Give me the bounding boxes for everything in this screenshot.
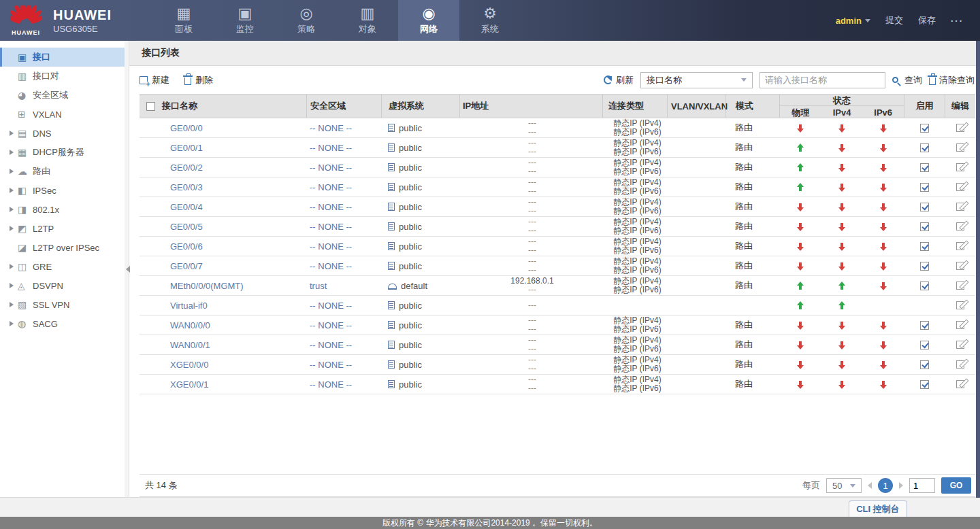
enable-checkbox[interactable] xyxy=(920,183,929,192)
edit-icon[interactable] xyxy=(956,341,964,349)
clear-query-button[interactable]: 清除查询 xyxy=(929,74,975,86)
page-jump-input[interactable] xyxy=(909,478,935,493)
search-input[interactable] xyxy=(760,72,885,88)
table-row[interactable]: WAN0/0/1 -- NONE -- public ------ 静态IP (… xyxy=(140,335,975,355)
edit-icon[interactable] xyxy=(956,143,964,152)
sidebar-item-ipsec[interactable]: ◧ IPSec xyxy=(0,181,129,200)
sidebar-item-interface-pair[interactable]: ▥ 接口对 xyxy=(0,67,129,86)
security-zone-link[interactable]: -- NONE -- xyxy=(310,123,352,133)
interface-name-link[interactable]: GE0/0/1 xyxy=(170,143,203,153)
sidebar-item-l2tp-over-ipsec[interactable]: ◪ L2TP over IPSec xyxy=(0,238,129,257)
enable-checkbox[interactable] xyxy=(920,341,929,349)
table-row[interactable]: XGE0/0/0 -- NONE -- public ------ 静态IP (… xyxy=(140,355,975,375)
table-row[interactable]: XGE0/0/1 -- NONE -- public ------ 静态IP (… xyxy=(140,375,975,394)
security-zone-link[interactable]: -- NONE -- xyxy=(310,143,352,153)
sidebar-item-sacg[interactable]: ◍ SACG xyxy=(0,314,129,333)
edit-icon[interactable] xyxy=(956,163,964,171)
enable-checkbox[interactable] xyxy=(920,242,929,251)
table-row[interactable]: GE0/0/7 -- NONE -- public ------ 静态IP (I… xyxy=(140,256,975,276)
page-scrollbar[interactable] xyxy=(976,41,980,498)
security-zone-link[interactable]: -- NONE -- xyxy=(310,261,352,271)
security-zone-link[interactable]: -- NONE -- xyxy=(310,360,352,370)
enable-checkbox[interactable] xyxy=(920,222,929,231)
enable-checkbox[interactable] xyxy=(920,380,929,389)
interface-name-link[interactable]: MEth0/0/0(MGMT) xyxy=(170,281,244,291)
select-all-checkbox[interactable] xyxy=(146,102,155,111)
edit-icon[interactable] xyxy=(956,281,964,290)
enable-checkbox[interactable] xyxy=(920,360,929,369)
table-row[interactable]: GE0/0/0 -- NONE -- public ------ 静态IP (I… xyxy=(140,118,975,138)
sidebar-item-interface[interactable]: ▣ 接口 xyxy=(0,48,129,67)
nav-tab-policy[interactable]: ◎ 策略 xyxy=(276,0,337,41)
sidebar-item-dhcp-server[interactable]: ▦ DHCP服务器 xyxy=(0,143,129,162)
sidebar-item-dot1x[interactable]: ◨ 802.1x xyxy=(0,200,129,219)
security-zone-link[interactable]: -- NONE -- xyxy=(310,163,352,173)
enable-checkbox[interactable] xyxy=(920,281,929,290)
table-row[interactable]: GE0/0/3 -- NONE -- public ------ 静态IP (I… xyxy=(140,177,975,197)
interface-name-link[interactable]: GE0/0/7 xyxy=(170,261,203,271)
next-page-icon[interactable] xyxy=(899,482,903,489)
edit-icon[interactable] xyxy=(956,262,964,270)
sidebar-item-l2tp[interactable]: ◩ L2TP xyxy=(0,219,129,238)
sidebar-item-route[interactable]: ☁ 路由 xyxy=(0,162,129,181)
edit-icon[interactable] xyxy=(956,203,964,211)
security-zone-link[interactable]: -- NONE -- xyxy=(310,222,352,232)
table-row[interactable]: WAN0/0/0 -- NONE -- public ------ 静态IP (… xyxy=(140,315,975,335)
interface-name-link[interactable]: Virtual-if0 xyxy=(170,301,208,311)
current-page-badge[interactable]: 1 xyxy=(878,478,893,493)
submit-button[interactable]: 提交 xyxy=(885,14,903,27)
interface-name-link[interactable]: GE0/0/4 xyxy=(170,202,203,212)
interface-name-link[interactable]: GE0/0/2 xyxy=(170,163,203,173)
enable-checkbox[interactable] xyxy=(920,321,929,330)
security-zone-link[interactable]: -- NONE -- xyxy=(310,320,352,330)
security-zone-link[interactable]: trust xyxy=(310,281,327,291)
sidebar-item-gre[interactable]: ◫ GRE xyxy=(0,257,129,276)
edit-icon[interactable] xyxy=(956,124,964,132)
interface-name-link[interactable]: XGE0/0/0 xyxy=(170,360,208,370)
save-button[interactable]: 保存 xyxy=(918,14,936,27)
cli-console-button[interactable]: CLI 控制台 xyxy=(849,500,907,517)
edit-icon[interactable] xyxy=(956,222,964,231)
edit-icon[interactable] xyxy=(956,321,964,329)
enable-checkbox[interactable] xyxy=(920,124,929,133)
enable-checkbox[interactable] xyxy=(920,143,929,152)
nav-tab-system[interactable]: ⚙ 系统 xyxy=(459,0,521,41)
nav-tab-network[interactable]: ◉ 网络 xyxy=(398,0,459,41)
security-zone-link[interactable]: -- NONE -- xyxy=(310,301,352,311)
interface-name-link[interactable]: GE0/0/3 xyxy=(170,182,203,192)
interface-name-link[interactable]: WAN0/0/1 xyxy=(170,340,210,350)
table-row[interactable]: GE0/0/6 -- NONE -- public ------ 静态IP (I… xyxy=(140,237,975,256)
nav-tab-monitor[interactable]: ▣ 监控 xyxy=(214,0,276,41)
interface-name-link[interactable]: WAN0/0/0 xyxy=(170,320,210,330)
sidebar-item-ssl-vpn[interactable]: ▧ SSL VPN xyxy=(0,295,129,314)
user-menu[interactable]: admin xyxy=(836,16,870,26)
go-button[interactable]: GO xyxy=(941,477,971,494)
enable-checkbox[interactable] xyxy=(920,262,929,271)
table-row[interactable]: Virtual-if0 -- NONE -- public --- xyxy=(140,296,975,315)
table-row[interactable]: GE0/0/4 -- NONE -- public ------ 静态IP (I… xyxy=(140,197,975,217)
edit-icon[interactable] xyxy=(956,242,964,250)
security-zone-link[interactable]: -- NONE -- xyxy=(310,182,352,192)
table-row[interactable]: GE0/0/5 -- NONE -- public ------ 静态IP (I… xyxy=(140,217,975,237)
nav-tab-dashboard[interactable]: ▦ 面板 xyxy=(153,0,214,41)
interface-name-link[interactable]: GE0/0/0 xyxy=(170,123,203,133)
sidebar-item-dns[interactable]: ▤ DNS xyxy=(0,124,129,143)
filter-field-select[interactable]: 接口名称 xyxy=(640,72,753,88)
edit-icon[interactable] xyxy=(956,360,964,369)
security-zone-link[interactable]: -- NONE -- xyxy=(310,379,352,390)
delete-button[interactable]: 删除 xyxy=(184,74,213,86)
interface-name-link[interactable]: XGE0/0/1 xyxy=(170,379,208,390)
query-button[interactable]: 查询 xyxy=(892,74,922,86)
new-button[interactable]: 新建 xyxy=(140,74,169,86)
interface-name-link[interactable]: GE0/0/5 xyxy=(170,222,203,232)
edit-icon[interactable] xyxy=(956,301,964,309)
nav-tab-objects[interactable]: ▥ 对象 xyxy=(337,0,398,41)
sidebar-item-vxlan[interactable]: ⊞ VXLAN xyxy=(0,105,129,124)
enable-checkbox[interactable] xyxy=(920,163,929,172)
edit-icon[interactable] xyxy=(956,380,964,388)
per-page-select[interactable]: 50 xyxy=(826,478,862,493)
interface-name-link[interactable]: GE0/0/6 xyxy=(170,241,203,252)
security-zone-link[interactable]: -- NONE -- xyxy=(310,241,352,252)
more-menu-icon[interactable]: ··· xyxy=(951,16,964,26)
sidebar-item-dsvpn[interactable]: ◬ DSVPN xyxy=(0,276,129,295)
